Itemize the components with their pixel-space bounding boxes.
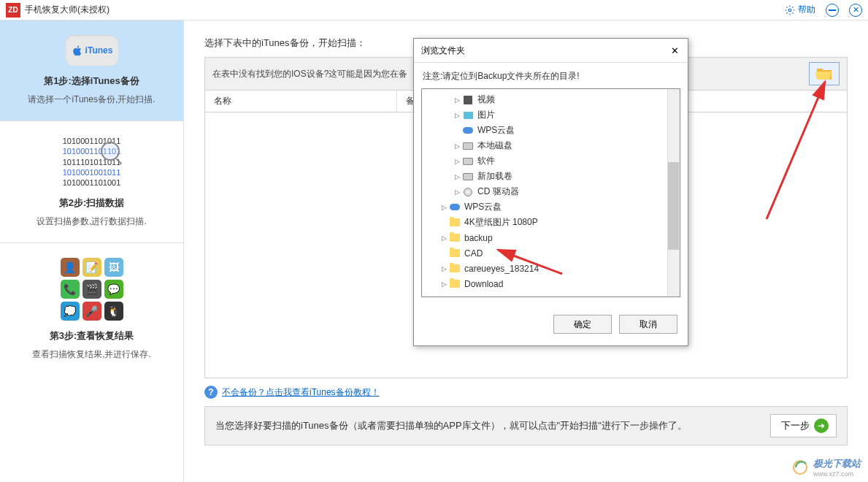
warning-text: 在表中没有找到您的IOS设备?这可能是因为您在备	[212, 68, 407, 80]
watermark-text: 极光下载站	[813, 457, 861, 470]
scroll-thumb[interactable]	[668, 162, 679, 250]
disk-icon	[461, 140, 475, 152]
sidebar: iTunes 第1步:选择iTunes备份 请选择一个iTunes备份,开始扫描…	[0, 20, 184, 482]
help-label: 帮助	[798, 4, 815, 16]
titlebar: ZD 手机恢复大师(未授权) 帮助 ✕	[0, 0, 868, 20]
apple-icon	[71, 44, 82, 57]
close-button[interactable]: ✕	[849, 4, 862, 17]
svg-point-0	[788, 9, 791, 12]
help-button[interactable]: 帮助	[785, 4, 815, 16]
close-icon: ✕	[671, 45, 679, 56]
tree-item[interactable]: ▷软件	[422, 153, 680, 169]
binary-art: 1010001101011 1010001101101 101110101101…	[63, 136, 121, 188]
tree-item-label: 软件	[477, 155, 495, 167]
arrow-right-icon: ➜	[814, 418, 829, 433]
expander-icon[interactable]: ▷	[439, 234, 448, 242]
close-icon: ✕	[853, 5, 859, 15]
cloud-icon	[448, 202, 461, 213]
tree-item[interactable]: ▷Download	[422, 276, 680, 291]
tree-item-label: 新加载卷	[477, 170, 512, 183]
tree-item[interactable]: ▷新加载卷	[422, 169, 680, 184]
expander-icon[interactable]: ▷	[453, 158, 461, 165]
tree-item[interactable]: ▷视频	[422, 92, 680, 107]
expander-icon[interactable]: ▷	[453, 96, 461, 104]
tree-item[interactable]: CAD	[422, 245, 680, 261]
tree-item-label: CAD	[464, 248, 483, 259]
app-logo: ZD	[6, 3, 20, 18]
expander-icon[interactable]: ▷	[453, 142, 461, 150]
window-title: 手机恢复大师(未授权)	[25, 4, 785, 16]
cancel-button[interactable]: 取消	[619, 315, 677, 334]
tree-item-label: careueyes_183214	[464, 264, 539, 274]
pic-icon	[461, 110, 475, 121]
app-grid-icon: 👤 📝 🖼 📞 🎬 💬 💭 🎤 🐧	[61, 258, 123, 321]
browse-folder-dialog: 浏览文件夹 ✕ 注意:请定位到Backup文件夹所在的目录! ▷视频▷图片WPS…	[413, 38, 688, 346]
disk-icon	[461, 156, 475, 167]
browse-folder-button[interactable]	[809, 62, 840, 85]
folder-icon	[448, 232, 461, 244]
sidebar-step-3[interactable]: 👤 📝 🖼 📞 🎬 💬 💭 🎤 🐧 第3步:查看恢复结果 查看扫描恢复结果,并进…	[0, 243, 183, 482]
watermark-logo	[793, 459, 810, 476]
tree-item[interactable]: ▷本地磁盘	[422, 138, 680, 153]
step3-title: 第3步:查看恢复结果	[7, 329, 176, 343]
sidebar-step-1[interactable]: iTunes 第1步:选择iTunes备份 请选择一个iTunes备份,开始扫描…	[0, 20, 183, 121]
tree-item-label: WPS云盘	[477, 124, 515, 137]
itunes-text: iTunes	[85, 45, 113, 56]
tree-item-label: Download	[464, 279, 503, 289]
magnifier-icon	[101, 142, 120, 161]
minimize-icon	[829, 9, 836, 11]
th-name[interactable]: 名称	[205, 91, 397, 112]
sidebar-step-2[interactable]: 1010001101011 1010001101101 101110101101…	[0, 121, 183, 243]
itunes-badge: iTunes	[66, 35, 118, 66]
info-icon: ?	[204, 386, 218, 399]
folder-tree[interactable]: ▷视频▷图片WPS云盘▷本地磁盘▷软件▷新加载卷▷CD 驱动器▷WPS云盘4K壁…	[421, 88, 680, 297]
tree-item-label: WPS云盘	[464, 201, 502, 213]
expander-icon[interactable]: ▷	[439, 265, 448, 272]
minimize-button[interactable]	[826, 4, 839, 17]
tree-item[interactable]: 4K壁纸图片 1080P	[422, 215, 680, 230]
next-label: 下一步	[781, 419, 810, 432]
tree-item-label: CD 驱动器	[477, 185, 519, 198]
tree-item[interactable]: ▷careueyes_183214	[422, 261, 680, 276]
folder-icon	[448, 217, 461, 229]
cd-icon	[461, 186, 475, 198]
ok-button[interactable]: 确定	[553, 315, 612, 334]
tree-item[interactable]: ▷WPS云盘	[422, 199, 680, 215]
tree-item[interactable]: ▷backup	[422, 230, 680, 245]
dialog-close-button[interactable]: ✕	[667, 43, 682, 58]
footer-bar: 当您选择好要扫描的iTunes备份（或者需要扫描单独的APP库文件），就可以点击…	[204, 406, 848, 445]
dialog-title-text: 浏览文件夹	[421, 45, 465, 57]
gear-icon	[785, 5, 795, 15]
tree-item[interactable]: ▷CD 驱动器	[422, 184, 680, 199]
folder-icon	[815, 66, 833, 81]
step3-desc: 查看扫描恢复结果,并进行保存.	[7, 348, 176, 361]
cloud-icon	[461, 125, 475, 137]
step1-title: 第1步:选择iTunes备份	[7, 74, 176, 88]
folder-icon	[448, 263, 461, 275]
dialog-note: 注意:请定位到Backup文件夹所在的目录!	[414, 63, 688, 88]
tree-item-label: 视频	[477, 93, 495, 106]
expander-icon[interactable]: ▷	[453, 173, 461, 180]
tree-item[interactable]: WPS云盘	[422, 123, 680, 138]
tutorial-link[interactable]: 不会备份？点击我查看iTunes备份教程！	[222, 386, 380, 399]
expander-icon[interactable]: ▷	[439, 280, 448, 288]
disk-icon	[461, 171, 475, 183]
tree-item-label: 本地磁盘	[477, 139, 512, 152]
tree-item-label: 4K壁纸图片 1080P	[464, 216, 538, 229]
next-button[interactable]: 下一步 ➜	[770, 414, 837, 437]
tree-item[interactable]: ▷图片	[422, 107, 680, 123]
tree-item-label: 图片	[477, 109, 495, 121]
footer-text: 当您选择好要扫描的iTunes备份（或者需要扫描单独的APP库文件），就可以点击…	[215, 419, 687, 432]
watermark: 极光下载站 www.xz7.com	[793, 457, 861, 478]
step2-desc: 设置扫描参数,进行数据扫描.	[7, 215, 176, 228]
folder-icon	[448, 248, 461, 259]
expander-icon[interactable]: ▷	[453, 188, 461, 196]
step2-title: 第2步:扫描数据	[7, 196, 176, 210]
expander-icon[interactable]: ▷	[453, 112, 461, 119]
step1-desc: 请选择一个iTunes备份,开始扫描.	[7, 93, 176, 106]
watermark-url: www.xz7.com	[813, 470, 861, 478]
expander-icon[interactable]: ▷	[439, 204, 448, 211]
film-icon	[461, 94, 475, 106]
tree-item-label: backup	[464, 233, 493, 243]
scrollbar[interactable]	[667, 89, 680, 297]
